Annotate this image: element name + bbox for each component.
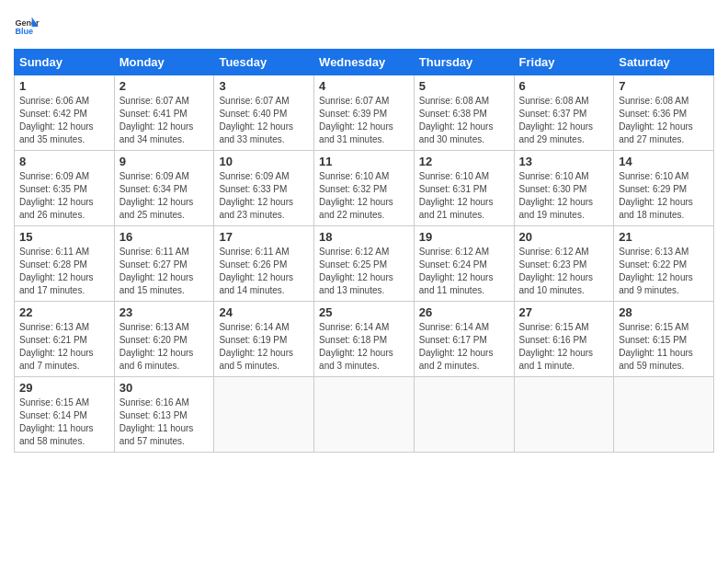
day-number: 16 — [119, 230, 210, 244]
day-number: 27 — [519, 305, 609, 319]
calendar-week-2: 8Sunrise: 6:09 AMSunset: 6:35 PMDaylight… — [15, 151, 714, 226]
col-header-monday: Monday — [114, 50, 214, 75]
day-info: Sunrise: 6:08 AMSunset: 6:36 PMDaylight:… — [619, 96, 693, 144]
day-number: 3 — [219, 79, 309, 93]
day-number: 19 — [419, 230, 509, 244]
svg-text:Blue: Blue — [15, 27, 33, 36]
calendar-cell: 27Sunrise: 6:15 AMSunset: 6:16 PMDayligh… — [514, 302, 614, 377]
calendar-cell — [314, 377, 415, 453]
day-info: Sunrise: 6:13 AMSunset: 6:22 PMDaylight:… — [619, 247, 693, 295]
calendar-cell — [514, 377, 614, 453]
calendar-cell: 24Sunrise: 6:14 AMSunset: 6:19 PMDayligh… — [214, 302, 314, 377]
day-info: Sunrise: 6:14 AMSunset: 6:18 PMDaylight:… — [319, 322, 393, 371]
calendar-cell — [614, 377, 714, 453]
calendar-header-row: SundayMondayTuesdayWednesdayThursdayFrid… — [15, 50, 714, 75]
day-number: 26 — [419, 305, 509, 319]
day-info: Sunrise: 6:16 AMSunset: 6:13 PMDaylight:… — [119, 397, 194, 446]
day-info: Sunrise: 6:08 AMSunset: 6:37 PMDaylight:… — [519, 96, 594, 144]
day-number: 24 — [219, 305, 309, 319]
calendar-cell: 22Sunrise: 6:13 AMSunset: 6:21 PMDayligh… — [15, 302, 115, 377]
day-number: 18 — [319, 230, 409, 244]
col-header-saturday: Saturday — [614, 50, 714, 75]
col-header-friday: Friday — [514, 50, 614, 75]
day-number: 1 — [19, 79, 109, 93]
day-info: Sunrise: 6:11 AMSunset: 6:26 PMDaylight:… — [219, 247, 293, 295]
day-info: Sunrise: 6:11 AMSunset: 6:28 PMDaylight:… — [19, 247, 94, 295]
day-number: 12 — [419, 155, 509, 168]
calendar-cell: 26Sunrise: 6:14 AMSunset: 6:17 PMDayligh… — [414, 302, 514, 377]
day-number: 7 — [619, 79, 709, 93]
calendar-cell: 19Sunrise: 6:12 AMSunset: 6:24 PMDayligh… — [414, 226, 514, 302]
day-number: 13 — [519, 155, 609, 168]
day-number: 5 — [419, 79, 509, 93]
day-number: 30 — [119, 381, 210, 395]
day-number: 11 — [319, 155, 409, 168]
day-number: 8 — [19, 155, 109, 168]
calendar-cell: 20Sunrise: 6:12 AMSunset: 6:23 PMDayligh… — [514, 226, 614, 302]
day-info: Sunrise: 6:13 AMSunset: 6:20 PMDaylight:… — [119, 322, 194, 371]
day-info: Sunrise: 6:14 AMSunset: 6:17 PMDaylight:… — [419, 322, 494, 371]
day-number: 14 — [619, 155, 709, 168]
calendar-cell: 12Sunrise: 6:10 AMSunset: 6:31 PMDayligh… — [414, 151, 514, 226]
calendar-cell: 10Sunrise: 6:09 AMSunset: 6:33 PMDayligh… — [214, 151, 314, 226]
day-info: Sunrise: 6:09 AMSunset: 6:35 PMDaylight:… — [19, 171, 94, 220]
calendar-cell — [214, 377, 314, 453]
calendar-cell — [414, 377, 514, 453]
calendar-week-1: 1Sunrise: 6:06 AMSunset: 6:42 PMDaylight… — [15, 75, 714, 151]
day-info: Sunrise: 6:13 AMSunset: 6:21 PMDaylight:… — [19, 322, 94, 371]
day-info: Sunrise: 6:09 AMSunset: 6:33 PMDaylight:… — [219, 171, 293, 220]
day-info: Sunrise: 6:10 AMSunset: 6:31 PMDaylight:… — [419, 171, 494, 220]
day-info: Sunrise: 6:11 AMSunset: 6:27 PMDaylight:… — [119, 247, 194, 295]
day-number: 22 — [19, 305, 109, 319]
day-number: 23 — [119, 305, 210, 319]
day-info: Sunrise: 6:06 AMSunset: 6:42 PMDaylight:… — [19, 96, 94, 144]
calendar-table: SundayMondayTuesdayWednesdayThursdayFrid… — [14, 49, 714, 453]
day-info: Sunrise: 6:07 AMSunset: 6:41 PMDaylight:… — [119, 96, 194, 144]
calendar-cell: 16Sunrise: 6:11 AMSunset: 6:27 PMDayligh… — [114, 226, 214, 302]
col-header-tuesday: Tuesday — [214, 50, 314, 75]
day-number: 6 — [519, 79, 609, 93]
calendar-cell: 18Sunrise: 6:12 AMSunset: 6:25 PMDayligh… — [314, 226, 415, 302]
day-info: Sunrise: 6:15 AMSunset: 6:15 PMDaylight:… — [619, 322, 693, 371]
logo: General Blue — [14, 14, 40, 40]
col-header-wednesday: Wednesday — [314, 50, 415, 75]
day-number: 9 — [119, 155, 210, 168]
calendar-cell: 7Sunrise: 6:08 AMSunset: 6:36 PMDaylight… — [614, 75, 714, 151]
calendar-cell: 29Sunrise: 6:15 AMSunset: 6:14 PMDayligh… — [15, 377, 115, 453]
calendar-cell: 9Sunrise: 6:09 AMSunset: 6:34 PMDaylight… — [114, 151, 214, 226]
day-number: 29 — [19, 381, 109, 395]
calendar-cell: 6Sunrise: 6:08 AMSunset: 6:37 PMDaylight… — [514, 75, 614, 151]
calendar-cell: 1Sunrise: 6:06 AMSunset: 6:42 PMDaylight… — [15, 75, 115, 151]
calendar-cell: 8Sunrise: 6:09 AMSunset: 6:35 PMDaylight… — [15, 151, 115, 226]
day-info: Sunrise: 6:08 AMSunset: 6:38 PMDaylight:… — [419, 96, 494, 144]
calendar-cell: 25Sunrise: 6:14 AMSunset: 6:18 PMDayligh… — [314, 302, 415, 377]
calendar-cell: 3Sunrise: 6:07 AMSunset: 6:40 PMDaylight… — [214, 75, 314, 151]
day-info: Sunrise: 6:15 AMSunset: 6:16 PMDaylight:… — [519, 322, 594, 371]
calendar-cell: 11Sunrise: 6:10 AMSunset: 6:32 PMDayligh… — [314, 151, 415, 226]
calendar-cell: 5Sunrise: 6:08 AMSunset: 6:38 PMDaylight… — [414, 75, 514, 151]
day-info: Sunrise: 6:10 AMSunset: 6:32 PMDaylight:… — [319, 171, 393, 220]
calendar-cell: 23Sunrise: 6:13 AMSunset: 6:20 PMDayligh… — [114, 302, 214, 377]
day-info: Sunrise: 6:10 AMSunset: 6:29 PMDaylight:… — [619, 171, 693, 220]
col-header-thursday: Thursday — [414, 50, 514, 75]
day-number: 28 — [619, 305, 709, 319]
calendar-body: 1Sunrise: 6:06 AMSunset: 6:42 PMDaylight… — [15, 75, 714, 453]
day-number: 4 — [319, 79, 409, 93]
calendar-cell: 17Sunrise: 6:11 AMSunset: 6:26 PMDayligh… — [214, 226, 314, 302]
day-info: Sunrise: 6:10 AMSunset: 6:30 PMDaylight:… — [519, 171, 594, 220]
calendar-cell: 4Sunrise: 6:07 AMSunset: 6:39 PMDaylight… — [314, 75, 415, 151]
day-info: Sunrise: 6:12 AMSunset: 6:24 PMDaylight:… — [419, 247, 494, 295]
day-number: 17 — [219, 230, 309, 244]
calendar-cell: 2Sunrise: 6:07 AMSunset: 6:41 PMDaylight… — [114, 75, 214, 151]
day-info: Sunrise: 6:12 AMSunset: 6:23 PMDaylight:… — [519, 247, 594, 295]
day-info: Sunrise: 6:15 AMSunset: 6:14 PMDaylight:… — [19, 397, 94, 446]
day-number: 2 — [119, 79, 210, 93]
day-number: 20 — [519, 230, 609, 244]
calendar-cell: 21Sunrise: 6:13 AMSunset: 6:22 PMDayligh… — [614, 226, 714, 302]
calendar-week-5: 29Sunrise: 6:15 AMSunset: 6:14 PMDayligh… — [15, 377, 714, 453]
calendar-cell: 15Sunrise: 6:11 AMSunset: 6:28 PMDayligh… — [15, 226, 115, 302]
page-header: General Blue — [14, 14, 714, 40]
calendar-cell: 28Sunrise: 6:15 AMSunset: 6:15 PMDayligh… — [614, 302, 714, 377]
day-info: Sunrise: 6:14 AMSunset: 6:19 PMDaylight:… — [219, 322, 293, 371]
calendar-cell: 14Sunrise: 6:10 AMSunset: 6:29 PMDayligh… — [614, 151, 714, 226]
